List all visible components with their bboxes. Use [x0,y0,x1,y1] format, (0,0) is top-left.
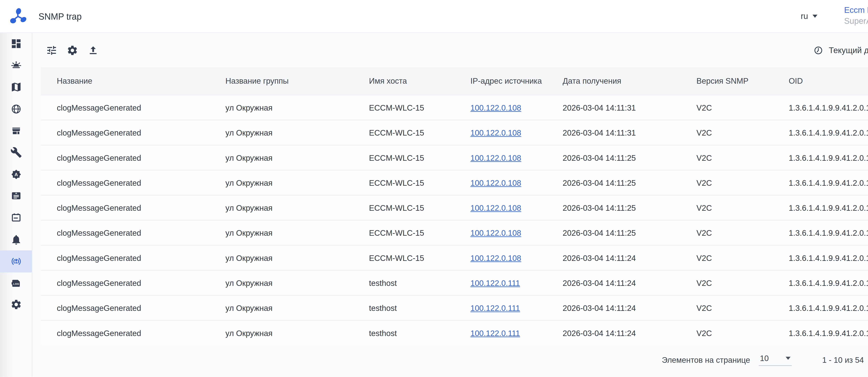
cell-hostname: ECCM-WLC-15 [369,103,470,112]
cell-group-name: ул Окружная [225,328,369,338]
user-role: SuperAdmin [844,17,868,27]
source-ip-link[interactable]: 100.122.0.108 [470,103,521,112]
map-icon [10,82,22,93]
globe-icon [10,103,22,115]
snmp-trap-sensors-icon [10,255,22,267]
column-header: Название группы [225,76,369,86]
bell-icon [10,234,22,245]
cell-hostname: ECCM-WLC-15 [369,253,470,262]
sidebar-item-events[interactable] [0,207,32,229]
cell-name: clogMessageGenerated [57,328,225,338]
cell-group-name: ул Окружная [225,253,369,262]
cell-received-date: 2026-03-04 14:11:25 [563,178,696,187]
chevron-down-icon [812,14,817,18]
cell-hostname: ECCM-WLC-15 [369,128,470,137]
column-header: Имя хоста [369,76,470,86]
cell-oid: 1.3.6.1.4.1.9.9.41.2.0.1 [789,203,868,212]
cell-name: clogMessageGenerated [57,278,225,287]
export-button[interactable] [83,40,103,61]
sidebar-item-snmp-trap[interactable] [0,250,32,272]
dashboard-icon [10,38,22,50]
cell-snmp-version: V2C [696,303,789,312]
alert-badge-icon: A [10,168,22,180]
cell-received-date: 2026-03-04 14:11:24 [563,253,696,262]
per-page-label: Элементов на странице [662,355,750,364]
table-row: clogMessageGenerated ул Окружная ECCM-WL… [41,195,868,220]
log-file-icon: LOG [10,277,22,289]
sidebar: A [0,33,32,377]
table-row: clogMessageGenerated ул Окружная ECCM-WL… [41,120,868,145]
storefront-icon [10,125,22,136]
sidebar-item-logs[interactable]: LOG [0,272,32,294]
table-header-row: Название Название группы Имя хоста IP-ад… [41,67,868,95]
cell-received-date: 2026-03-04 14:11:25 [563,153,696,162]
cell-snmp-version: V2C [696,253,789,262]
cell-name: clogMessageGenerated [57,253,225,262]
cell-oid: 1.3.6.1.4.1.9.9.41.2.0.1 [789,253,868,262]
sidebar-item-journal[interactable] [0,185,32,207]
user-name: Eccm E. E. [844,5,868,16]
source-ip-link[interactable]: 100.122.0.111 [470,303,520,312]
sidebar-item-alarms[interactable] [0,55,32,76]
sidebar-item-devices[interactable] [0,120,32,142]
sidebar-item-tools[interactable] [0,142,32,163]
table-row: clogMessageGenerated ул Окружная testhos… [41,320,868,345]
cell-snmp-version: V2C [696,228,789,237]
cell-group-name: ул Окружная [225,178,369,187]
table-row: clogMessageGenerated ул Окружная ECCM-WL… [41,95,868,120]
cell-received-date: 2026-03-04 14:11:24 [563,278,696,287]
cell-snmp-version: V2C [696,328,789,338]
source-ip-link[interactable]: 100.122.0.108 [470,228,521,237]
filter-button[interactable] [41,40,62,61]
cell-received-date: 2026-03-04 14:11:24 [563,328,696,338]
sidebar-item-map[interactable] [0,76,32,98]
toolbar: Текущий день 5m [32,33,868,67]
range-label: 1 - 10 из 54 [822,355,864,364]
cell-oid: 1.3.6.1.4.1.9.9.41.2.0.1 [789,178,868,187]
cell-hostname: ECCM-WLC-15 [369,228,470,237]
cell-group-name: ул Окружная [225,278,369,287]
source-ip-link[interactable]: 100.122.0.108 [470,128,521,137]
column-header: IP-адрес источника [470,76,563,86]
source-ip-link[interactable]: 100.122.0.111 [470,328,520,338]
table-body: clogMessageGenerated ул Окружная ECCM-WL… [41,95,868,345]
snmp-trap-table: Название Название группы Имя хоста IP-ад… [41,67,868,345]
cell-hostname: ECCM-WLC-15 [369,153,470,162]
source-ip-link[interactable]: 100.122.0.108 [470,253,521,262]
main-content: Текущий день 5m Название Название группы [32,33,868,377]
source-ip-link[interactable]: 100.122.0.108 [470,153,521,162]
source-ip-link[interactable]: 100.122.0.111 [470,278,520,287]
upload-icon [87,44,99,56]
sidebar-item-notifications[interactable] [0,229,32,250]
cell-oid: 1.3.6.1.4.1.9.9.41.2.0.1 [789,103,868,112]
sidebar-item-settings[interactable] [0,294,32,316]
cell-received-date: 2026-03-04 14:11:25 [563,203,696,212]
cell-name: clogMessageGenerated [57,303,225,312]
cell-snmp-version: V2C [696,103,789,112]
app-logo-icon[interactable] [8,6,28,26]
cell-oid: 1.3.6.1.4.1.9.9.41.2.0.1 [789,303,868,312]
table-row: clogMessageGenerated ул Окружная testhos… [41,270,868,295]
top-header: SNMP trap ru Eccm E. E. SuperAdmin [0,0,868,33]
cell-name: clogMessageGenerated [57,153,225,162]
cell-snmp-version: V2C [696,178,789,187]
table-row: clogMessageGenerated ул Окружная ECCM-WL… [41,245,868,270]
per-page-select[interactable]: 10 [758,354,792,366]
table-settings-button[interactable] [62,40,83,61]
table-row: clogMessageGenerated ул Окружная ECCM-WL… [41,170,868,195]
sidebar-item-network[interactable] [0,98,32,120]
user-menu[interactable]: Eccm E. E. SuperAdmin [844,5,868,27]
sidebar-item-alerts[interactable]: A [0,163,32,185]
cell-received-date: 2026-03-04 14:11:31 [563,103,696,112]
language-selector[interactable]: ru [801,12,817,21]
cell-snmp-version: V2C [696,153,789,162]
period-label: Текущий день [829,45,868,55]
source-ip-link[interactable]: 100.122.0.108 [470,203,521,212]
filter-tune-icon [45,44,57,56]
period-picker[interactable]: Текущий день [813,45,868,55]
source-ip-link[interactable]: 100.122.0.108 [470,178,521,187]
sidebar-item-dashboard[interactable] [0,33,32,55]
cell-hostname: testhost [369,303,470,312]
gear-icon [66,44,78,56]
cell-received-date: 2026-03-04 14:11:31 [563,128,696,137]
